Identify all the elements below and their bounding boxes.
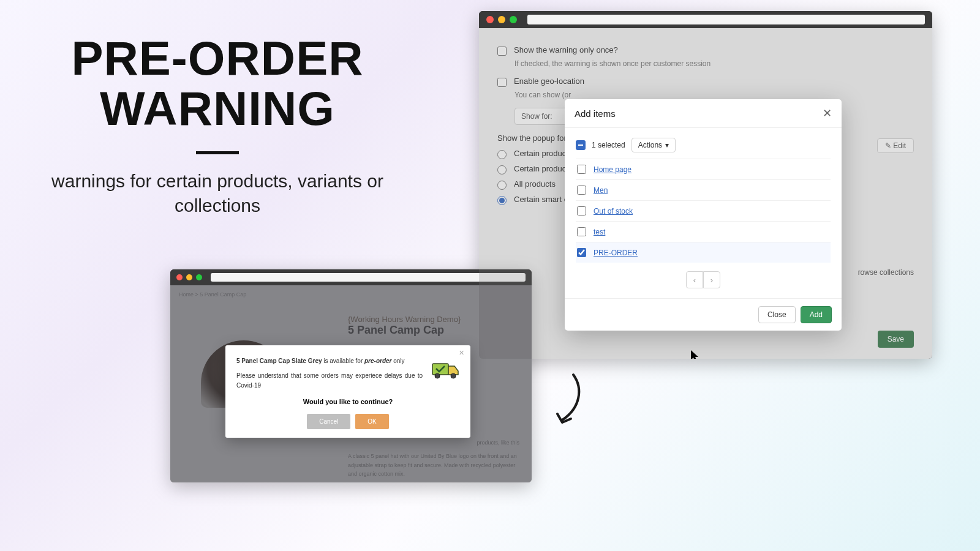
window-titlebar: [170, 269, 532, 285]
minimize-dot[interactable]: [186, 274, 192, 280]
list-item: Home page: [576, 159, 831, 179]
close-icon[interactable]: ✕: [823, 107, 832, 120]
url-bar[interactable]: [527, 15, 925, 24]
modal-close-button[interactable]: Close: [758, 306, 796, 323]
hero-title-line1: PRE-ORDER: [71, 31, 363, 85]
svg-point-1: [435, 373, 440, 378]
item-checkbox[interactable]: [577, 227, 586, 236]
maximize-dot[interactable]: [196, 274, 202, 280]
popup-covid-text: Please understand that some orders may e…: [236, 371, 423, 391]
arrow-decoration-icon: [551, 371, 588, 432]
modal-title: Add items: [575, 108, 616, 119]
selected-count: 1 selected: [592, 141, 625, 149]
item-checkbox[interactable]: [577, 206, 586, 216]
ok-button[interactable]: OK: [355, 414, 388, 429]
close-dot[interactable]: [176, 274, 183, 280]
add-items-modal: Add items ✕ 1 selected Actions ▾ Home pa…: [565, 99, 842, 331]
pagination: ‹ ›: [576, 263, 831, 294]
minimize-dot[interactable]: [498, 16, 505, 23]
hero-divider: [196, 151, 239, 154]
list-item: Men: [576, 179, 831, 200]
hero-subtitle: warnings for certain products, variants …: [34, 169, 401, 219]
item-checkbox[interactable]: [577, 186, 586, 195]
list-item: Out of stock: [576, 200, 831, 221]
admin-window: Show the warning only once? If checked, …: [479, 11, 932, 359]
modal-add-button[interactable]: Add: [801, 306, 832, 323]
popup-availability-text: 5 Panel Camp Cap Slate Grey is available…: [236, 356, 423, 366]
cursor-icon: [691, 350, 701, 359]
select-indicator-icon[interactable]: [576, 140, 586, 150]
actions-button[interactable]: Actions ▾: [631, 138, 676, 152]
pager-prev-button[interactable]: ‹: [686, 271, 703, 288]
hero-title-line2: WARNING: [100, 81, 335, 135]
list-item: PRE-ORDER: [576, 242, 831, 263]
svg-rect-0: [432, 364, 448, 375]
truck-icon: [431, 360, 459, 380]
item-link[interactable]: Men: [594, 186, 608, 195]
maximize-dot[interactable]: [510, 16, 517, 23]
cancel-button[interactable]: Cancel: [307, 414, 350, 429]
item-checkbox[interactable]: [577, 165, 586, 174]
item-link[interactable]: Out of stock: [594, 207, 633, 216]
url-bar[interactable]: [211, 273, 526, 282]
hero-text: PRE-ORDER WARNING warnings for certain p…: [34, 34, 401, 219]
storefront-window: Home > 5 Panel Camp Cap {Working Hours W…: [170, 269, 532, 482]
item-link[interactable]: test: [594, 228, 605, 236]
svg-point-2: [451, 373, 456, 378]
window-titlebar: [479, 11, 932, 28]
item-checkbox[interactable]: [577, 248, 586, 257]
close-icon[interactable]: ✕: [459, 349, 464, 357]
close-dot[interactable]: [486, 16, 494, 23]
item-link[interactable]: PRE-ORDER: [594, 249, 638, 257]
preorder-popup: ✕ 5 Panel Camp Cap Slate Grey is availab…: [225, 345, 470, 438]
chevron-down-icon: ▾: [665, 141, 669, 149]
popup-question: Would you like to continue?: [236, 398, 459, 405]
item-link[interactable]: Home page: [594, 165, 631, 174]
pager-next-button[interactable]: ›: [703, 271, 720, 288]
list-item: test: [576, 221, 831, 242]
